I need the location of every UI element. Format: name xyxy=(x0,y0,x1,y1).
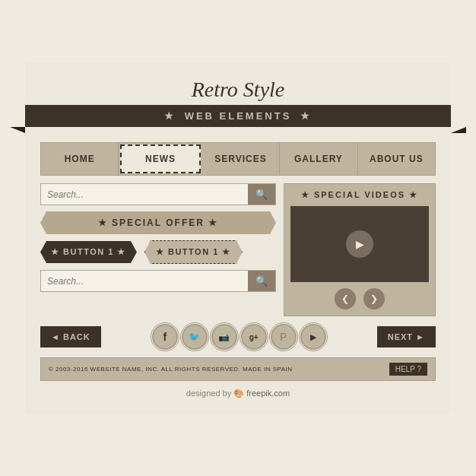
star-right: ★ xyxy=(300,110,312,122)
video-nav: ❮ ❯ xyxy=(284,282,435,316)
nav-news[interactable]: NEWS xyxy=(120,144,200,173)
play-button[interactable]: ▶ xyxy=(346,230,373,258)
nav-services[interactable]: SERVICES xyxy=(202,143,280,175)
video-player[interactable]: ▶ xyxy=(290,206,429,282)
copyright-text: © 2003-2016 WEBSITE NAME, INC. ALL RIGHT… xyxy=(49,366,293,373)
social-twitter[interactable]: 🐦 xyxy=(182,324,208,350)
search-input-2[interactable] xyxy=(41,271,248,291)
button-1-light[interactable]: ★ BUTTON 1 ★ xyxy=(144,240,243,264)
main-content: 🔍 ★ SPECIAL OFFER ★ ★ BUTTON 1 ★ ★ BUTTO… xyxy=(40,183,436,316)
social-instagram[interactable]: 📷 xyxy=(211,324,237,350)
special-offer-ribbon: ★ SPECIAL OFFER ★ xyxy=(40,211,276,234)
search-bar-2: 🔍 xyxy=(40,270,276,292)
title-line1: Retro Style xyxy=(40,78,436,102)
main-container: Retro Style ★ WEB ELEMENTS ★ HOME NEWS S… xyxy=(25,62,451,414)
social-icons: f 🐦 📷 g+ P ▶ xyxy=(152,324,326,350)
next-button[interactable]: NEXT ► xyxy=(377,326,436,347)
button-1-dark[interactable]: ★ BUTTON 1 ★ xyxy=(40,241,137,263)
social-youtube[interactable]: ▶ xyxy=(300,324,326,350)
video-next-button[interactable]: ❯ xyxy=(363,288,385,309)
special-offer-label: ★ SPECIAL OFFER ★ xyxy=(98,217,218,228)
search-button-2[interactable]: 🔍 xyxy=(248,271,275,291)
social-facebook[interactable]: f xyxy=(152,324,178,350)
search-input-1[interactable] xyxy=(41,185,248,205)
right-panel: ★ SPECIAL VIDEOS ★ ▶ ❮ ❯ xyxy=(284,183,436,316)
web-elements-banner: ★ WEB ELEMENTS ★ xyxy=(25,105,451,127)
star-left: ★ xyxy=(164,110,176,122)
credit-line: designed by 🎨 freepik.com xyxy=(40,389,436,398)
video-prev-button[interactable]: ❮ xyxy=(335,288,356,309)
banner-label: WEB ELEMENTS xyxy=(185,110,292,122)
footer: © 2003-2016 WEBSITE NAME, INC. ALL RIGHT… xyxy=(40,357,436,381)
social-pinterest[interactable]: P xyxy=(271,324,297,350)
social-google[interactable]: g+ xyxy=(241,324,267,350)
bottom-section: ◄ BACK f 🐦 📷 g+ P ▶ NEXT ► xyxy=(40,324,436,350)
search-button-1[interactable]: 🔍 xyxy=(248,184,275,205)
help-button[interactable]: HELP ? xyxy=(389,363,427,376)
search-bar-1: 🔍 xyxy=(40,183,276,205)
video-header: ★ SPECIAL VIDEOS ★ xyxy=(284,184,435,206)
title-area: Retro Style ★ WEB ELEMENTS ★ xyxy=(40,78,436,127)
left-panel: 🔍 ★ SPECIAL OFFER ★ ★ BUTTON 1 ★ ★ BUTTO… xyxy=(40,183,276,316)
nav-bar: HOME NEWS SERVICES GALLERY ABOUT US xyxy=(40,142,436,176)
nav-home[interactable]: HOME xyxy=(41,143,119,175)
buttons-row: ★ BUTTON 1 ★ ★ BUTTON 1 ★ xyxy=(40,240,276,264)
nav-gallery[interactable]: GALLERY xyxy=(280,143,357,175)
nav-about[interactable]: ABOUT US xyxy=(358,143,435,175)
back-button[interactable]: ◄ BACK xyxy=(40,326,101,347)
